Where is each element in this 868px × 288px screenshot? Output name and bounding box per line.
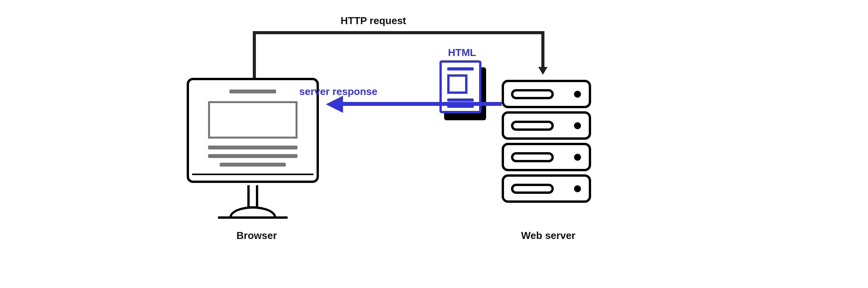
doc-line: [447, 98, 474, 102]
web-server-label: Web server: [521, 230, 576, 242]
server-rack-unit: [502, 80, 591, 108]
rack-slot: [511, 152, 554, 162]
monitor-stand-stem: [247, 185, 258, 209]
server-rack-unit: [502, 174, 591, 203]
doc-image-box: [447, 74, 467, 94]
rack-led-icon: [574, 91, 581, 98]
monitor-bezel-line: [192, 174, 313, 175]
server-response-label: server response: [299, 86, 378, 98]
rack-led-icon: [574, 154, 581, 161]
monitor-stand-base: [229, 206, 276, 217]
doc-line: [447, 67, 474, 70]
rack-slot: [511, 89, 554, 99]
http-request-label: HTTP request: [341, 15, 406, 27]
rack-slot: [511, 121, 554, 131]
browser-label: Browser: [236, 230, 277, 242]
diagram-stage: HTTP request server response HTML Browse…: [0, 0, 868, 288]
server-rack-unit: [502, 111, 591, 140]
rack-led-icon: [574, 122, 581, 129]
rack-led-icon: [574, 185, 581, 192]
monitor-text-line: [220, 163, 286, 167]
monitor-text-line: [208, 154, 298, 158]
monitor-title-line: [229, 90, 276, 93]
monitor-image-placeholder: [208, 101, 298, 139]
server-rack-unit: [502, 143, 591, 171]
web-server-icon: [502, 80, 591, 203]
html-label: HTML: [448, 47, 476, 59]
monitor-text-line: [208, 146, 298, 149]
rack-slot: [511, 184, 554, 194]
html-document-icon: [439, 60, 482, 115]
monitor-stand-line: [218, 216, 288, 219]
